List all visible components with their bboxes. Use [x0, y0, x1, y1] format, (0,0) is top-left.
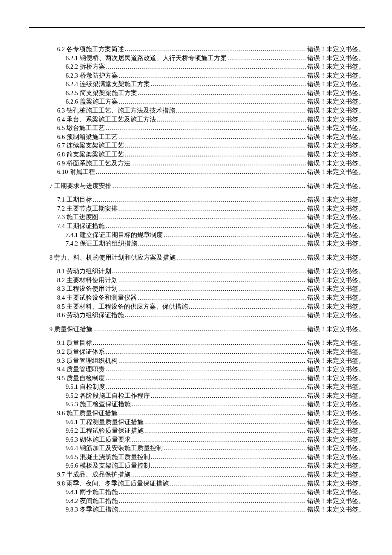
toc-entry-label: 9.6.5 混凝土浇筑施工质量控制: [66, 453, 150, 462]
toc-page-ref: 错误！未定义书签。: [307, 204, 365, 213]
toc-entry-label: 8.5 主要材料、工程设备的供应方案、保供措施: [57, 302, 188, 311]
toc-leader-dots: [151, 80, 306, 89]
toc-leader-dots: [106, 62, 306, 71]
toc-page-ref: 错误！未定义书签。: [307, 409, 365, 418]
toc-leader-dots: [106, 382, 306, 391]
toc-leader-dots: [112, 182, 306, 191]
toc-row: 9.6.1 工程测量质量保证措施错误！未定义书签。: [29, 418, 365, 427]
toc-row: 9.4 质量管理职责错误！未定义书签。: [29, 365, 365, 374]
toc-entry-label: 9.1 质量目标: [57, 338, 92, 347]
header-rule: [29, 27, 365, 28]
toc-entry-label: 9.6 施工质量保证措施: [57, 409, 118, 418]
toc-leader-dots: [164, 231, 306, 240]
toc-leader-dots: [170, 479, 306, 488]
toc-page-ref: 错误！未定义书签。: [307, 418, 365, 427]
toc-row: 9.6.2 工程试验质量保证措施错误！未定义书签。: [29, 426, 365, 435]
toc-row: 8.5 主要材料、工程设备的供应方案、保供措施错误！未定义书签。: [29, 302, 365, 311]
toc-entry-label: 7.4.2 保证工期的组织措施: [66, 239, 137, 248]
toc-leader-dots: [93, 325, 306, 334]
toc-entry-label: 9.8.3 冬季施工措施: [66, 505, 118, 514]
toc-block: 7.1 工期目标错误！未定义书签。7.2 主要节点工期安排错误！未定义书签。7.…: [29, 195, 365, 248]
toc-entry-label: 6.5 墩台施工工艺: [57, 124, 105, 133]
toc-entry-label: 6.2.4 连续梁满堂支架施工方案: [66, 80, 150, 89]
toc-entry-label: 7 工期要求与进度安排: [49, 182, 112, 191]
toc-page-ref: 错误！未定义书签。: [307, 365, 365, 374]
toc-leader-dots: [119, 71, 306, 80]
toc-leader-dots: [96, 168, 306, 176]
toc-entry-label: 7.4.1 建立保证工期目标的规章制度: [66, 231, 163, 240]
toc-leader-dots: [118, 284, 306, 293]
toc-row: 9.5.3 施工检查保证措施错误！未定义书签。: [29, 400, 365, 409]
toc-entry-label: 8 劳力、料、机的使用计划和供应方案及措施: [49, 253, 176, 262]
toc-page-ref: 错误！未定义书签。: [307, 253, 365, 262]
toc-page-ref: 错误！未定义书签。: [307, 444, 365, 453]
toc-entry-label: 8.4 主要试验设备和测量仪器: [57, 293, 137, 302]
toc-page-ref: 错误！未定义书签。: [307, 374, 365, 383]
toc-entry-label: 9.2 质量保证体系: [57, 347, 105, 356]
toc-row: 6.8 简支梁架梁施工工艺错误！未定义书签。: [29, 150, 365, 159]
toc-page-ref: 错误！未定义书签。: [307, 453, 365, 462]
toc-leader-dots: [119, 497, 306, 506]
toc-leader-dots: [138, 239, 306, 248]
toc-row: 6.3 钻孔桩施工工艺、施工方法及技术措施错误！未定义书签。: [29, 106, 365, 115]
toc-entry-label: 7.2 主要节点工期安排: [57, 204, 118, 213]
toc-leader-dots: [125, 141, 306, 150]
toc-leader-dots: [125, 45, 306, 54]
toc-page-ref: 错误！未定义书签。: [307, 80, 365, 89]
toc-row: 9.6.5 混凝土浇筑施工质量控制错误！未定义书签。: [29, 453, 365, 462]
toc-block: 9.1 质量目标错误！未定义书签。9.2 质量保证体系错误！未定义书签。9.3 …: [29, 338, 365, 514]
toc-leader-dots: [119, 97, 306, 106]
toc-leader-dots: [164, 444, 306, 453]
toc-row: 6.2 各专项施工方案简述错误！未定义书签。: [29, 45, 365, 54]
toc-leader-dots: [131, 159, 306, 168]
toc-entry-label: 6.2.5 简支梁架梁施工方案: [66, 89, 137, 98]
toc-page-ref: 错误！未定义书签。: [307, 168, 365, 176]
toc-row: 9.7 半成品、成品保护措施错误！未定义书签。: [29, 470, 365, 479]
toc-row: 6.2.6 盖梁施工方案错误！未定义书签。: [29, 97, 365, 106]
toc-page-ref: 错误！未定义书签。: [307, 505, 365, 514]
toc-leader-dots: [125, 311, 306, 320]
toc-leader-dots: [106, 365, 306, 374]
toc-row: 7 工期要求与进度安排错误！未定义书签。: [29, 182, 365, 191]
toc-row: 9.6 施工质量保证措施错误！未定义书签。: [29, 409, 365, 418]
toc-page-ref: 错误！未定义书签。: [307, 267, 365, 276]
toc-leader-dots: [132, 400, 306, 409]
toc-page-ref: 错误！未定义书签。: [307, 159, 365, 168]
toc-entry-label: 6.8 简支梁架梁施工工艺: [57, 150, 124, 159]
toc-entry-label: 6.2.2 拆桥方案: [66, 62, 105, 71]
toc-row: 8.1 劳动力组织计划错误！未定义书签。: [29, 267, 365, 276]
toc-row: 8.3 工程设备使用计划错误！未定义书签。: [29, 284, 365, 293]
toc-entry-label: 8.2 主要材料使用计划: [57, 276, 118, 285]
toc-page-ref: 错误！未定义书签。: [307, 106, 365, 115]
toc-leader-dots: [118, 276, 306, 285]
toc-entry-label: 7.3 施工进度图: [57, 213, 98, 222]
toc-page-ref: 错误！未定义书签。: [307, 400, 365, 409]
toc-row: 9 质量保证措施错误！未定义书签。: [29, 325, 365, 334]
toc-row: 7.4.2 保证工期的组织措施错误！未定义书签。: [29, 239, 365, 248]
toc-row: 6.2.5 简支梁架梁施工方案错误！未定义书签。: [29, 89, 365, 98]
toc-entry-label: 9.6.2 工程试验质量保证措施: [66, 426, 144, 435]
toc-block: 8 劳力、料、机的使用计划和供应方案及措施错误！未定义书签。: [29, 253, 365, 262]
toc-page-ref: 错误！未定义书签。: [307, 426, 365, 435]
toc-page-ref: 错误！未定义书签。: [307, 124, 365, 133]
toc-row: 6.2.4 连续梁满堂支架施工方案错误！未定义书签。: [29, 80, 365, 89]
toc-row: 7.2 主要节点工期安排错误！未定义书签。: [29, 204, 365, 213]
toc-row: 9.6.4 钢筋加工及安装施工质量控制错误！未定义书签。: [29, 444, 365, 453]
toc-page-ref: 错误！未定义书签。: [307, 338, 365, 347]
toc-entry-label: 9.5.3 施工检查保证措施: [66, 400, 131, 409]
toc-leader-dots: [125, 150, 306, 159]
toc-page-ref: 错误！未定义书签。: [307, 302, 365, 311]
toc-leader-dots: [228, 54, 306, 63]
toc-row: 6.4 承台、系梁施工工艺及施工方法错误！未定义书签。: [29, 115, 365, 124]
toc-row: 9.6.6 模板及支架施工质量控制错误！未定义书签。: [29, 461, 365, 470]
toc-leader-dots: [176, 253, 306, 262]
toc-page-ref: 错误！未定义书签。: [307, 488, 365, 497]
toc-leader-dots: [118, 356, 306, 365]
toc-entry-label: 9.5.1 自检制度: [66, 382, 105, 391]
toc-entry-label: 9.8 雨季、夜间、冬季施工质量保证措施: [57, 479, 169, 488]
toc-entry-label: 9.8.1 雨季施工措施: [66, 488, 118, 497]
toc-row: 9.6.3 砌体施工质量要求错误！未定义书签。: [29, 435, 365, 444]
toc-entry-label: 9.6.6 模板及支架施工质量控制: [66, 461, 150, 470]
toc-row: 7.4.1 建立保证工期目标的规章制度错误！未定义书签。: [29, 231, 365, 240]
toc-page-ref: 错误！未定义书签。: [307, 435, 365, 444]
